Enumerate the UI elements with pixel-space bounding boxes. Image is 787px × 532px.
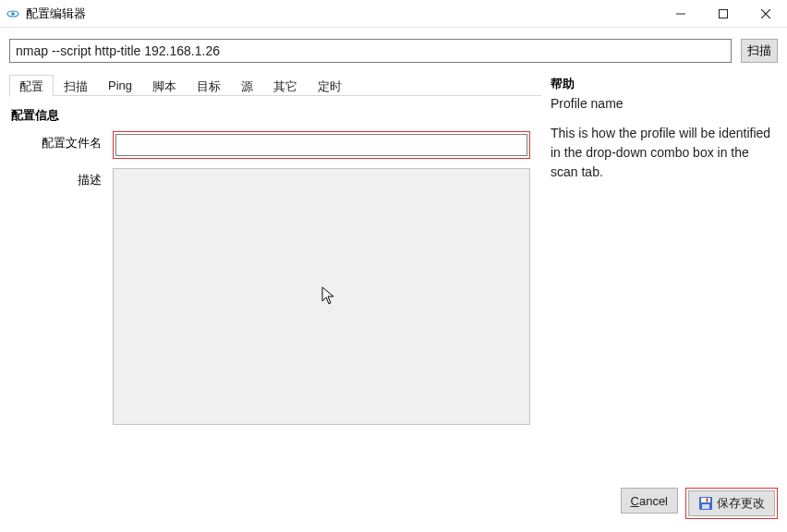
command-row: 扫描 [0,28,787,68]
tab-other[interactable]: 其它 [263,75,308,97]
scan-button[interactable]: 扫描 [741,39,778,63]
cancel-label-rest: ancel [639,494,668,508]
window-controls [660,0,787,27]
save-changes-button[interactable]: 保存更改 [688,490,775,516]
svg-rect-7 [701,498,710,502]
profile-name-label: 配置文件名 [9,131,113,151]
tab-scan[interactable]: 扫描 [54,75,98,97]
help-field-name: Profile name [551,96,778,111]
tab-timing[interactable]: 定时 [308,75,352,97]
close-button[interactable] [745,0,787,27]
profile-name-input[interactable] [115,134,527,156]
tab-ping[interactable]: Ping [98,75,142,97]
help-body: This is how the profile will be identifi… [551,124,778,182]
profile-name-highlight [113,131,530,159]
svg-rect-8 [707,499,708,502]
section-title: 配置信息 [11,107,541,124]
tab-target[interactable]: 目标 [187,75,231,97]
minimize-button[interactable] [660,0,702,27]
cancel-button[interactable]: Cancel [621,488,678,514]
help-heading: 帮助 [551,76,778,92]
help-panel: 帮助 Profile name This is how the profile … [551,74,778,434]
tab-bar: 配置 扫描 Ping 脚本 目标 源 其它 定时 [9,74,541,96]
tab-source[interactable]: 源 [231,75,263,97]
description-label: 描述 [9,168,113,188]
tab-profile[interactable]: 配置 [9,75,54,97]
save-button-highlight: 保存更改 [685,488,778,519]
description-textarea[interactable] [113,168,530,425]
main-content: 配置 扫描 Ping 脚本 目标 源 其它 定时 配置信息 配置文件名 描述 帮… [0,68,787,434]
save-label: 保存更改 [717,495,765,512]
description-row: 描述 [9,168,541,425]
svg-point-1 [11,12,15,16]
svg-rect-9 [702,504,709,509]
tab-script[interactable]: 脚本 [142,75,187,97]
save-icon [698,496,713,511]
app-icon [6,6,20,21]
titlebar: 配置编辑器 [0,0,787,28]
footer-buttons: Cancel 保存更改 [621,488,778,519]
profile-name-row: 配置文件名 [9,131,541,159]
left-column: 配置 扫描 Ping 脚本 目标 源 其它 定时 配置信息 配置文件名 描述 [9,74,541,434]
window-title: 配置编辑器 [26,6,86,22]
maximize-button[interactable] [702,0,745,27]
command-input[interactable] [9,39,732,63]
svg-rect-3 [720,9,728,18]
